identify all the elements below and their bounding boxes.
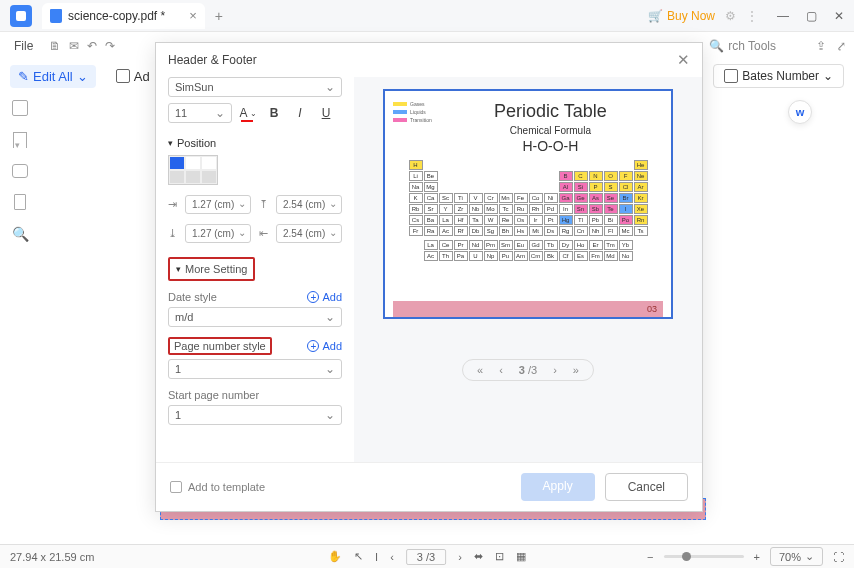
view-mode-icon[interactable]: ▦ [516,550,526,563]
margin-right-input[interactable]: 2.54 (cm) [276,195,342,214]
apply-button[interactable]: Apply [521,473,595,501]
cursor-tool-icon[interactable]: I [375,551,378,563]
position-section[interactable]: ▾ Position [168,137,342,149]
hand-tool-icon[interactable]: ✋ [328,550,342,563]
font-size-select[interactable]: 11 [168,103,232,123]
prev-page-button[interactable]: ‹ [499,364,503,376]
pos-tc[interactable] [185,156,201,170]
buy-now-link[interactable]: 🛒 Buy Now [648,9,715,23]
add-page-number-button[interactable]: +Add [307,340,342,352]
pos-bl[interactable] [169,170,185,184]
bates-number-button[interactable]: Bates Number ⌄ [713,64,844,88]
redo-icon[interactable]: ↷ [105,39,115,53]
prev-page-icon[interactable]: ‹ [390,551,394,563]
maximize-button[interactable]: ▢ [800,5,822,27]
checkbox-icon [170,481,182,493]
settings-icon[interactable]: ⚙ [725,9,736,23]
document-tab[interactable]: science-copy.pdf * × [42,3,205,29]
add-label: Ad [134,69,150,84]
date-style-select[interactable]: m/d [168,307,342,327]
status-page-cur[interactable]: 3 [417,551,423,563]
margin-top-input[interactable]: 1.27 (cm) [185,195,251,214]
more-icon[interactable]: ⋮ [746,9,758,23]
page-dimensions: 27.94 x 21.59 cm [10,551,94,563]
file-menu[interactable]: File [8,35,39,57]
close-window-button[interactable]: ✕ [828,5,850,27]
cancel-label: Cancel [628,480,665,494]
margin-bottom-input[interactable]: 1.27 (cm) [185,224,251,243]
margin-top-icon: ⇥ [168,198,177,211]
last-page-button[interactable]: » [573,364,579,376]
margin-bottom-value: 1.27 (cm) [192,228,234,239]
plus-icon: + [307,340,319,352]
font-family-select[interactable]: SimSun [168,77,342,97]
more-setting-label: More Setting [185,263,247,275]
thumbnails-icon[interactable] [12,100,28,116]
add-button[interactable]: Ad [116,69,150,84]
zoom-select[interactable]: 70%⌄ [770,547,823,566]
close-tab-icon[interactable]: × [189,8,197,23]
margin-left-value: 2.54 (cm) [283,228,325,239]
pos-bc[interactable] [185,170,201,184]
comment-icon[interactable] [12,164,28,178]
search-icon[interactable]: 🔍 [709,39,724,53]
first-page-button[interactable]: « [477,364,483,376]
share-icon[interactable]: ⤤ [836,39,846,53]
bookmark-icon[interactable]: ▾ [13,132,27,148]
attachment-icon[interactable] [14,194,26,210]
collapse-icon: ▾ [176,264,181,274]
new-tab-button[interactable]: + [215,8,223,24]
pos-br[interactable] [201,170,217,184]
fit-width-icon[interactable]: ⬌ [474,550,483,563]
zoom-out-button[interactable]: − [647,551,653,563]
preview-formula: H-O-O-H [438,138,663,154]
zoom-thumb[interactable] [682,552,691,561]
pos-tl[interactable] [169,156,185,170]
underline-button[interactable]: U [316,103,336,123]
next-page-button[interactable]: › [553,364,557,376]
preview-panel: Gases Liquids Transition Periodic Table … [354,77,702,462]
position-label: Position [177,137,216,149]
search-tools-label: rch Tools [728,39,776,53]
font-color-button[interactable]: A⌄ [238,103,258,123]
pos-tr[interactable] [201,156,217,170]
bates-label: Bates Number [742,69,819,83]
undo-icon[interactable]: ↶ [87,39,97,53]
page-number-style-select[interactable]: 1 [168,359,342,379]
add-date-button[interactable]: +Add [307,291,342,303]
preview-subtitle: Chemical Formula [438,125,663,136]
minimize-button[interactable]: — [772,5,794,27]
start-page-select[interactable]: 1 [168,405,342,425]
pager-total: /3 [528,364,537,376]
italic-button[interactable]: I [290,103,310,123]
zoom-in-button[interactable]: + [754,551,760,563]
edit-all-button[interactable]: ✎ Edit All ⌄ [10,65,96,88]
word-badge[interactable]: w [788,100,812,124]
cart-icon: 🛒 [648,9,663,23]
fullscreen-icon[interactable]: ⛶ [833,551,844,563]
dialog-close-button[interactable]: ✕ [677,51,690,69]
search-rail-icon[interactable]: 🔍 [12,226,29,242]
add-to-template-checkbox[interactable]: Add to template [170,481,265,493]
chevron-down-icon: ⌄ [77,69,88,84]
cancel-button[interactable]: Cancel [605,473,688,501]
fit-page-icon[interactable]: ⊡ [495,550,504,563]
font-family-value: SimSun [175,81,214,93]
mail-icon[interactable]: ✉ [69,39,79,53]
dialog-header: Header & Footer ✕ [156,43,702,77]
margin-left-input[interactable]: 2.54 (cm) [276,224,342,243]
export-icon[interactable]: ⇪ [816,39,826,53]
bold-button[interactable]: B [264,103,284,123]
status-page-total: /3 [426,551,435,563]
select-tool-icon[interactable]: ↖ [354,550,363,563]
position-grid[interactable] [168,155,218,185]
edit-all-label: Edit All [33,69,73,84]
lanthanide-row: LaCePrNdPmSmEuGdTbDyHoErTmYb AcThPaUNpPu… [424,240,633,261]
more-setting-section[interactable]: ▾ More Setting [168,257,255,281]
save-icon[interactable]: 🗎 [49,39,61,53]
next-page-icon[interactable]: › [458,551,462,563]
page-number-style-value: 1 [175,363,181,375]
zoom-slider[interactable] [664,555,744,558]
dialog-title: Header & Footer [168,53,257,67]
page-number-style-label: Page number style [168,337,272,355]
